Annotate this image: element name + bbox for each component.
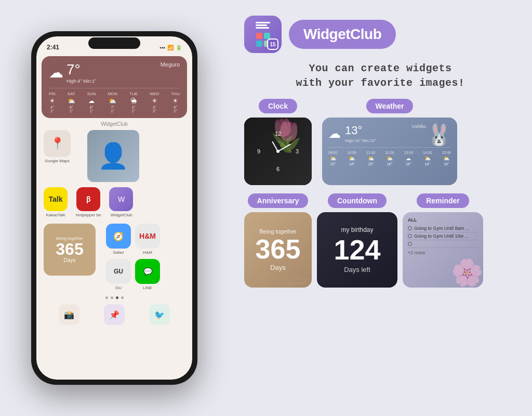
dock-icon-3: 🐦 [149, 304, 170, 325]
maps-icon: 📍 [44, 130, 71, 157]
reminder-more: +2 more [408, 250, 478, 255]
app-label-hm: H&M [143, 250, 152, 255]
phone-cloud-icon: ☁ [49, 64, 63, 81]
app-label-widgetclub: WidgetClub [111, 213, 132, 217]
bottom-widget-row: Anniversary Being together 365 Days 365 … [244, 193, 516, 288]
app-item-maps: 📍 Google Maps [44, 130, 71, 163]
tagline: You can create widgets with your favorit… [244, 61, 516, 90]
dot-3 [116, 296, 118, 299]
anniversary-column: Anniversary Being together 365 Days 365 … [244, 193, 312, 288]
phone-weather-days: FRI☀4°1° SAT⛅6°1° SUN☁8°1° MON⛅7°1° TUE🌦… [49, 88, 180, 113]
phone-weather-widget: ☁ 7° High:4° Min:1° Meguro FRI☀4°1° SAT⛅… [42, 56, 187, 118]
widgetclub-app-icon: 15 [244, 16, 282, 53]
hm-icon: H&M [135, 224, 160, 249]
photo-widget: 👤 [87, 130, 139, 182]
anniversary-preview: Being together 365 Days 365 DaysBeing to… [244, 212, 312, 288]
page-dots [36, 292, 192, 301]
phone-small-icons: 🧭 Safari H&M H&M GU GU 💬 LINE [106, 224, 160, 290]
countdown-prev-days-left: Days left [344, 266, 370, 274]
phone-app-row: 📍 Google Maps 👤 [36, 129, 192, 183]
phone-anniv-days-label: Days [64, 257, 76, 263]
bottom-dock: 📸 📌 🐦 [36, 301, 192, 328]
phone-screen: 2:41 ▪▪▪ 📶 🔋 ☁ 7° High:4° Min:1° [36, 36, 192, 380]
widgetclub-icon: W [109, 187, 133, 211]
app-item-kakao: Talk KakaoTalk [44, 187, 68, 217]
phone-weather-temp: 7° [66, 61, 97, 78]
app-item-gu: GU GU [106, 259, 131, 290]
weather-column: Weather 🐰 ☁ 13° High:16° Min:12° Ushiku … [322, 99, 457, 185]
line-icon: 💬 [135, 259, 160, 284]
dot-4 [121, 296, 124, 299]
phone-section: 2:41 ▪▪▪ 📶 🔋 ☁ 7° High:4° Min:1° [0, 0, 229, 416]
app-item-line: 💬 LINE [135, 259, 160, 290]
weather-prev-highlow: High:16° Min:12° [345, 138, 376, 143]
clock-center [276, 150, 280, 153]
app-item-widgetclub: W WidgetClub [109, 187, 133, 217]
app-label-gu: GU [115, 285, 122, 290]
tagline-line1: You can create widgets [244, 61, 516, 76]
reminder-item-1: Going to Gym Until 8am ... [408, 225, 478, 232]
app-label-line: LINE [143, 285, 152, 290]
top-widget-row: Clock 🌷 🌷 12 3 6 9 Weather [244, 99, 516, 185]
rabbit-decoration: 🐰 [426, 123, 452, 147]
reminder-flowers: 🌸 [451, 257, 483, 288]
anniv-prev-days-label: Days [270, 264, 286, 271]
phone-app-row-2: Talk KakaoTalk β Hotpepper be W WidgetCl… [36, 186, 192, 218]
tagline-line2: with your favorite images! [244, 76, 516, 90]
battery-icon: 🔋 [176, 45, 182, 50]
gu-icon: GU [106, 259, 131, 284]
reminder-item-2: Going to Gym Until 10w ... [408, 232, 478, 240]
weather-pill: Weather [366, 99, 414, 113]
anniversary-pill: Anniversary [248, 193, 309, 208]
clock-pill: Clock [259, 99, 297, 113]
clock-column: Clock 🌷 🌷 12 3 6 9 [244, 99, 312, 185]
phone-anniversary-widget: Being together 365 Days [44, 224, 96, 276]
app-item-safari: 🧭 Safari [106, 224, 131, 255]
app-name-pill: WidgetClub [289, 20, 396, 49]
weather-prev-location: Ushiku [411, 124, 426, 129]
anniv-bg-decoration: 365 DaysBeing together [284, 275, 312, 288]
dot-2 [111, 296, 113, 299]
anniv-prev-number: 365 [256, 236, 301, 263]
weather-hours: 09:00⛅13° 10:00⛅14° 11:00⛅15° 12:00⛅16° … [328, 147, 451, 166]
phone-weather-location: Meguro [161, 61, 180, 68]
safari-icon: 🧭 [106, 224, 131, 249]
wifi-icon: 📶 [167, 45, 174, 50]
countdown-column: Countdown my birthday 124 Days left [317, 193, 397, 288]
dot-1 [105, 296, 108, 299]
app-item-hotpepper: β Hotpepper be [76, 187, 101, 217]
weather-cloud-icon: ☁ [328, 126, 341, 141]
app-label-hotpepper: Hotpepper be [76, 213, 101, 217]
app-label-kakao: KakaoTalk [46, 213, 65, 217]
phone-frame: 2:41 ▪▪▪ 📶 🔋 ☁ 7° High:4° Min:1° [31, 31, 197, 385]
app-label-maps: Google Maps [45, 159, 70, 163]
phone-anniv-days: 365 [56, 241, 83, 257]
app-item-hm: H&M H&M [135, 224, 160, 255]
phone-anniv-row: Being together 365 Days 🧭 Safari H&M H&M [36, 222, 192, 292]
phone-notch [88, 37, 140, 49]
phone-time: 2:41 [47, 44, 59, 51]
kakao-icon: Talk [44, 187, 68, 211]
reminder-all-badge: ALL [408, 217, 478, 223]
phone-widgetclub-label: WidgetClub [36, 121, 192, 127]
dock-icon-2: 📌 [104, 304, 125, 325]
phone-weather-highlow: High:4° Min:1° [66, 79, 97, 84]
reminder-pill: Reminder [417, 193, 469, 208]
countdown-prev-number: 124 [334, 236, 380, 264]
reminder-preview: 🌸 ALL Going to Gym Until 8am ... Going t… [403, 212, 483, 288]
app-header: 15 WidgetClub [244, 16, 516, 53]
countdown-preview: my birthday 124 Days left [317, 212, 397, 288]
reminder-item-3: ... [408, 240, 478, 248]
status-icons: ▪▪▪ 📶 🔋 [159, 45, 182, 50]
hotpepper-icon: β [76, 187, 100, 211]
countdown-prev-label: my birthday [341, 226, 373, 233]
reminder-column: Reminder 🌸 ALL Going to Gym Until 8am ..… [403, 193, 483, 288]
weather-prev-temp: 13° [345, 124, 376, 137]
clock-preview: 🌷 🌷 12 3 6 9 [244, 118, 312, 185]
dock-icon-1: 📸 [59, 304, 79, 325]
right-section: 15 WidgetClub You can create widgets wit… [229, 0, 532, 416]
signal-icon: ▪▪▪ [159, 45, 165, 50]
countdown-pill: Countdown [328, 193, 387, 208]
clock-min-hand [278, 144, 291, 151]
weather-preview: 🐰 ☁ 13° High:16° Min:12° Ushiku 09:00⛅13… [322, 118, 457, 185]
